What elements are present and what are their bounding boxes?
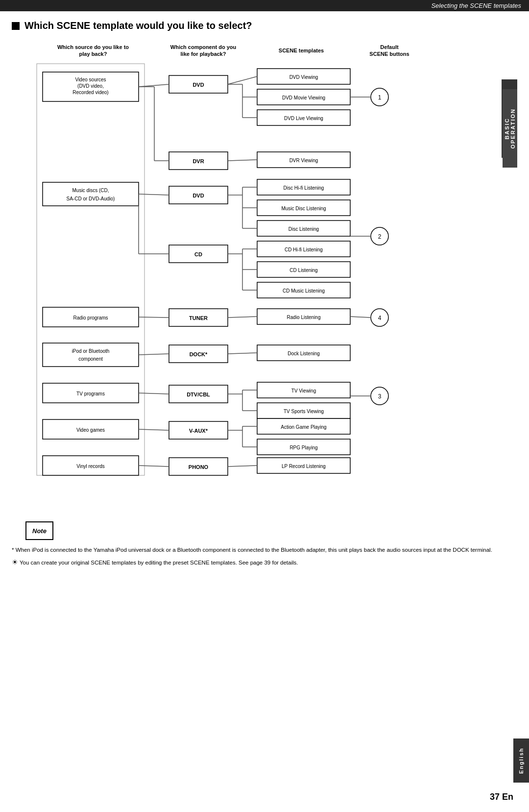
svg-text:DOCK*: DOCK*	[190, 351, 208, 357]
svg-line-64	[139, 354, 169, 355]
svg-text:DVD: DVD	[192, 193, 204, 198]
col-header-source2: play back?	[79, 51, 107, 57]
source-music-discs	[43, 182, 139, 206]
col-header-scene: SCENE templates	[279, 48, 324, 53]
svg-text:Music discs (CD,: Music discs (CD,	[72, 188, 109, 193]
svg-text:DVD: DVD	[192, 82, 204, 88]
svg-line-42	[228, 76, 257, 84]
svg-text:Action Game Playing: Action Game Playing	[281, 424, 326, 430]
svg-text:DVR Viewing: DVR Viewing	[289, 158, 318, 163]
note-container: Note	[14, 510, 515, 540]
svg-text:Disc Hi-fi Listening: Disc Hi-fi Listening	[284, 185, 324, 191]
svg-text:PHONO: PHONO	[189, 464, 209, 470]
diagram-area: BASICOPERATION Which source do you like …	[12, 40, 517, 501]
svg-text:1: 1	[378, 94, 382, 101]
svg-line-66	[139, 393, 169, 394]
svg-text:iPod or Bluetooth: iPod or Bluetooth	[72, 348, 110, 354]
col-header-default: Default	[380, 44, 399, 50]
svg-text:2: 2	[378, 233, 382, 240]
english-tab-label: English	[518, 747, 524, 774]
tip-line: ☀ You can create your original SCENE tem…	[12, 557, 517, 567]
svg-text:TV Viewing: TV Viewing	[291, 388, 316, 394]
svg-line-62	[139, 317, 169, 318]
title-bullet	[12, 22, 20, 30]
page-title: Which SCENE template would you like to s…	[12, 20, 517, 31]
svg-text:Video sources: Video sources	[75, 77, 106, 82]
svg-text:Video games: Video games	[76, 427, 105, 433]
svg-text:DTV/CBL: DTV/CBL	[187, 392, 210, 397]
svg-line-76	[139, 466, 169, 467]
svg-text:CD: CD	[194, 251, 202, 257]
svg-text:component: component	[78, 356, 103, 362]
footnote-area: * When iPod is connected to the Yamaha i…	[12, 546, 517, 567]
flowchart-svg: Which source do you like to play back? W…	[17, 40, 512, 491]
svg-line-49	[139, 194, 169, 195]
svg-text:RPG Playing: RPG Playing	[289, 445, 317, 450]
svg-line-77	[228, 466, 257, 467]
col-header-component2: like for playback?	[181, 51, 226, 57]
col-header-source: Which source do you like to	[57, 44, 129, 50]
svg-text:Music Disc Listening: Music Disc Listening	[281, 206, 326, 211]
svg-text:3: 3	[378, 393, 382, 400]
col-header-component: Which component do you	[170, 44, 236, 50]
page-number: 37 En	[490, 792, 513, 802]
svg-line-63	[228, 317, 257, 318]
english-tab: English	[513, 738, 529, 783]
svg-text:CD Hi-fi Listening: CD Hi-fi Listening	[285, 247, 323, 252]
svg-text:LP Record Listening: LP Record Listening	[282, 464, 326, 469]
svg-line-71	[139, 429, 169, 430]
source-ipod-bluetooth	[43, 343, 139, 367]
side-tab-basic-operation: BASICOPERATION	[503, 89, 517, 168]
svg-text:DVD Live Viewing: DVD Live Viewing	[284, 116, 323, 121]
svg-text:V-AUX*: V-AUX*	[189, 428, 208, 434]
svg-text:DVR: DVR	[192, 158, 204, 164]
svg-line-84	[350, 317, 371, 318]
svg-text:DVD Viewing: DVD Viewing	[289, 74, 318, 80]
svg-text:CD Listening: CD Listening	[289, 268, 317, 273]
svg-line-65	[228, 353, 257, 354]
svg-text:Vinyl records: Vinyl records	[76, 464, 105, 469]
svg-rect-0	[37, 64, 144, 475]
svg-text:TV programs: TV programs	[76, 391, 105, 396]
col-header-default2: SCENE buttons	[369, 51, 409, 57]
svg-text:Disc Listening: Disc Listening	[289, 226, 319, 232]
top-bar: Selecting the SCENE templates	[0, 0, 529, 11]
footnote-asterisk: * When iPod is connected to the Yamaha i…	[12, 546, 517, 554]
side-tab-label: BASICOPERATION	[504, 108, 516, 149]
svg-text:(DVD video,: (DVD video,	[77, 83, 104, 89]
note-title: Note	[32, 527, 47, 535]
svg-text:DVD Movie Viewing: DVD Movie Viewing	[282, 95, 325, 100]
tip-icon: ☀	[12, 558, 18, 566]
svg-text:Recorded video): Recorded video)	[72, 90, 108, 95]
svg-line-48	[228, 160, 257, 161]
main-content: Which SCENE template would you like to s…	[0, 11, 529, 501]
title-text: Which SCENE template would you like to s…	[24, 20, 252, 31]
svg-text:Dock Listening: Dock Listening	[288, 351, 320, 356]
svg-text:Radio Listening: Radio Listening	[287, 315, 321, 320]
svg-text:TV Sports Viewing: TV Sports Viewing	[284, 409, 324, 414]
tip-text: You can create your original SCENE templ…	[20, 560, 298, 566]
svg-text:Radio programs: Radio programs	[73, 315, 108, 320]
svg-text:CD Music Listening: CD Music Listening	[283, 288, 325, 294]
top-bar-text: Selecting the SCENE templates	[431, 2, 521, 9]
svg-text:4: 4	[378, 315, 382, 321]
svg-text:SA-CD or DVD-Audio): SA-CD or DVD-Audio)	[67, 196, 115, 201]
svg-text:TUNER: TUNER	[189, 315, 208, 321]
note-box: Note	[25, 521, 53, 540]
